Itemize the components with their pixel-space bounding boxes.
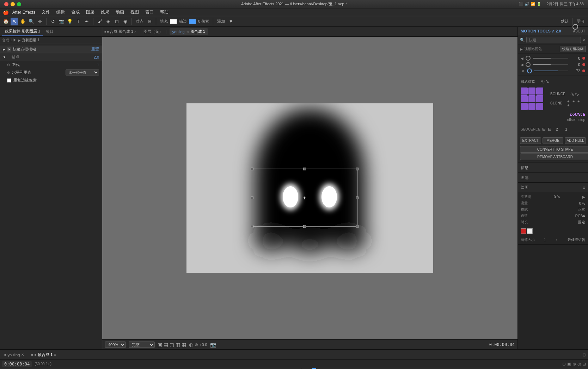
mt-prev-btn1[interactable]: ◀ [521,56,523,60]
text-tool[interactable]: T [74,18,82,25]
timeline-tab-precomp[interactable]: ■ ■ 预合成 1 ≡ [29,351,58,358]
brush-size-value[interactable]: 1 [544,238,546,242]
quality-select[interactable]: 完整 一半 三分之一 四分之一 [129,341,155,348]
preview-btn2[interactable]: ▤ [164,342,168,347]
flow-value[interactable]: 0 % [579,201,585,205]
effect-cell-2-3[interactable] [536,95,543,102]
paint-header[interactable]: 画笔 [518,173,588,182]
direction-select-wrapper[interactable]: 水平和垂直 水平 垂直 [66,69,99,75]
draw-menu-icon[interactable]: ≡ [583,185,585,190]
repeat-edge-item[interactable]: 重复边缘像素 [0,77,102,84]
iterate-item[interactable]: ⊙ 迭代 1 [0,61,102,68]
convert-shape-btn[interactable]: CONVERT TO SHAPE [520,146,588,153]
canvas-tab-label2[interactable]: 图层（无） [143,29,163,34]
align-btn[interactable]: ⊟ [146,18,153,25]
preview-btn3[interactable]: ▢ [170,342,174,347]
preview-btn5[interactable]: ▦ [182,342,186,347]
stop-label[interactable]: stop [578,118,585,122]
timeline-ctrl-btn5[interactable]: ⊟ [582,362,586,367]
background-color[interactable] [527,228,533,234]
edge-color[interactable] [189,19,196,24]
foreground-color[interactable] [521,228,526,234]
sel-handle-br[interactable] [356,225,359,228]
effect-cell-3-3[interactable] [536,103,543,110]
maximize-button[interactable] [17,2,21,6]
mt-slider-bar2[interactable] [533,64,568,65]
brush-type-value[interactable]: 最佳或短暂 [568,237,585,242]
effect-cell-1-1[interactable] [521,87,528,95]
anchor-tool[interactable]: ⊕ [36,18,44,25]
close-button[interactable] [4,2,8,6]
search-close-btn[interactable]: ✕ [582,37,586,42]
add-null-btn[interactable]: ADD NULL [565,137,586,144]
tab-precomp-menu[interactable]: ≡ [54,353,56,357]
mt-record-dot2[interactable] [582,63,585,66]
stamp-tool[interactable]: ◈ [104,18,112,25]
canvas-view[interactable]: ✦ [102,37,517,339]
snapshot-icon[interactable]: 📷 [210,342,216,347]
mt-prev-btn2[interactable]: ◀ [521,63,523,67]
camera-tool[interactable]: 📷 [57,18,65,25]
menu-view[interactable]: 视图 [128,8,142,16]
rotate-tool[interactable]: ↺ [49,18,57,25]
menu-layer[interactable]: 图层 [83,8,97,16]
video-ratio-btn1[interactable]: 快速方框模糊 [560,46,586,52]
menu-window[interactable]: 窗口 [142,8,157,16]
mt-slider-val3[interactable]: 72 [570,69,580,73]
effect-cell-3-1[interactable] [521,103,528,110]
anchor-value[interactable]: 2,0 [94,55,99,59]
tab-effects-controls[interactable]: 效果控件 形状图层 1 [2,28,43,36]
sel-handle-ml[interactable] [251,196,253,199]
draw-header[interactable]: 绘画 ≡ [518,183,588,192]
selection-box[interactable]: ✦ [252,169,357,227]
fast-blur-header[interactable]: ▶ fx 快速方框模糊 重置 [0,46,102,53]
zoom-select[interactable]: 400% 200% 100% 50% [105,341,126,348]
sel-handle-tc[interactable] [303,168,306,170]
preview-btn4[interactable]: ▥ [176,342,180,347]
mt-x-icon[interactable]: ✕ [521,69,525,73]
anchor-header[interactable]: ▼ 锚点 2,0 [0,53,102,61]
effect-cell-2-2[interactable] [528,95,535,102]
zoom-control[interactable]: 400% 200% 100% 50% [105,341,126,348]
duration-value[interactable]: 固定 [578,220,585,225]
seq-icon2[interactable]: ⊟ [548,127,551,132]
breadcrumb-layer[interactable]: 形状图层 1 [22,38,39,43]
effect-cell-1-2[interactable] [528,87,535,95]
fast-blur-reset[interactable]: 重置 [91,47,99,52]
seq-icon1[interactable]: ⊞ [542,127,546,132]
apple-menu[interactable]: 🍎 [3,10,9,15]
mt-slider-val2[interactable]: 0 [570,62,580,67]
timeline-ctrl-btn2[interactable]: ▣ [567,362,571,367]
effect-cell-1-3[interactable] [536,87,543,95]
extract-btn[interactable]: EXTRACT [520,137,541,144]
exposure-icon[interactable]: ◐ [189,342,193,347]
mt-slider-val1[interactable]: 0 [570,56,580,60]
timeline-tab-youling[interactable]: ■ youling ✕ [2,352,26,358]
sel-handle-mr[interactable] [356,196,359,199]
timeline-ctrl-btn3[interactable]: ⊕ [572,362,576,367]
puppet-tool[interactable]: ◉ [121,18,129,25]
breadcrumb-comp[interactable]: 合成 1 ▶ [2,38,17,43]
mt-record-dot3[interactable] [582,69,585,72]
opacity-value[interactable]: 0 % [554,195,560,199]
pen-tool[interactable]: ✒ [83,18,91,25]
timeline-timecode[interactable]: 0:00:00:04 [2,361,32,367]
menu-help[interactable]: 帮助 [157,8,171,16]
eraser-tool[interactable]: ◻ [113,18,121,25]
repeat-edge-checkbox[interactable] [7,78,11,83]
opacity-expand[interactable]: ▶ [582,195,585,199]
merge-btn[interactable]: MERGE [543,137,564,144]
timeline-ctrl-btn1[interactable]: ⊙ [562,362,566,367]
seq-val2[interactable]: 1 [563,127,570,131]
add-btn[interactable]: ▼ [227,18,235,25]
effect-cell-3-2[interactable] [528,103,535,110]
light-tool[interactable]: 💡 [66,18,74,25]
sel-handle-tr[interactable] [356,168,359,170]
menu-edit[interactable]: 编辑 [54,8,68,16]
seq-val1[interactable]: 2 [553,127,561,131]
direction-select[interactable]: 水平和垂直 水平 垂直 [66,69,99,75]
minimize-button[interactable] [11,2,15,6]
zoom-tool[interactable]: 🔍 [27,18,35,25]
home-tool[interactable]: 🏠 [2,18,10,25]
quality-control[interactable]: 完整 一半 三分之一 四分之一 [129,341,155,348]
